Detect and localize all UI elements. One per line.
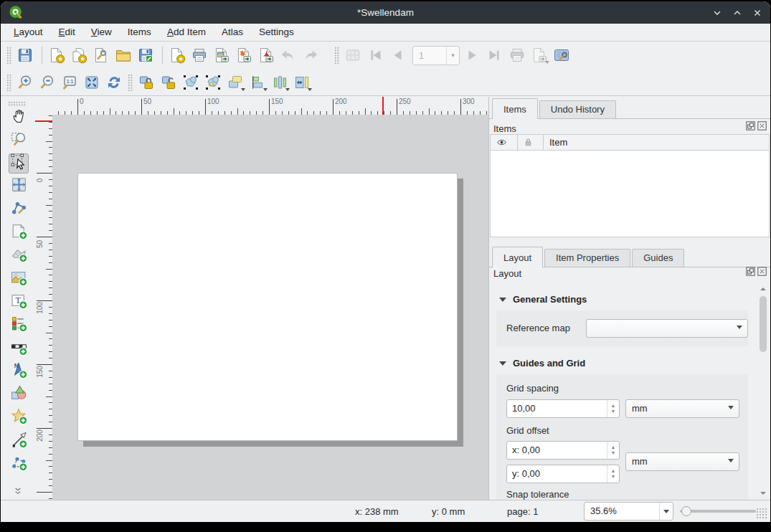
move-item-content-tool-button[interactable] — [9, 176, 29, 196]
grid-offset-y-input[interactable]: y: 0,00 ▲▼ — [506, 465, 620, 483]
close-panel-icon[interactable] — [757, 121, 767, 130]
add-marker-tool-button[interactable] — [9, 408, 29, 428]
export-atlas-button — [529, 45, 549, 65]
edit-nodes-item-tool-button[interactable] — [9, 199, 29, 219]
grid-offset-x-input[interactable]: x: 0,00 ▲▼ — [506, 441, 620, 460]
add-picture-tool-button[interactable] — [9, 269, 29, 289]
spinner-buttons[interactable]: ▲▼ — [607, 442, 619, 459]
duplicate-layout-button[interactable] — [69, 45, 89, 65]
atlas-page-value: 1 — [419, 47, 424, 65]
add-shape-tool-button[interactable] — [9, 385, 29, 405]
export-as-svg-button[interactable] — [234, 45, 254, 65]
refresh-view-button[interactable] — [104, 72, 124, 92]
zoom-level-combo[interactable]: 35.6% — [584, 502, 673, 521]
menu-edit[interactable]: Edit — [51, 24, 83, 41]
menu-items[interactable]: Items — [120, 24, 159, 41]
menu-atlas[interactable]: Atlas — [214, 24, 251, 41]
maximize-button[interactable] — [732, 7, 743, 19]
scroll-down-icon[interactable] — [758, 489, 768, 498]
atlas-page-combo[interactable]: 1▼ — [412, 46, 460, 65]
items-list[interactable]: Item — [490, 134, 770, 237]
add-items-from-template-button[interactable] — [167, 45, 187, 65]
layout-manager-button[interactable] — [91, 45, 111, 65]
lock-column-header[interactable] — [518, 135, 544, 150]
layout-panel-scrollbar[interactable] — [758, 285, 768, 498]
guides-and-grid-section[interactable]: Guides and Grid — [499, 358, 757, 369]
tab-undo-history[interactable]: Undo History — [539, 100, 616, 118]
export-as-pdf-button[interactable] — [256, 45, 276, 65]
distribute-items-button[interactable] — [270, 72, 290, 92]
add-scalebar-tool-button[interactable] — [9, 338, 29, 358]
navigation-actions-toolbar: 1:1 — [1, 69, 770, 96]
float-panel-icon[interactable] — [746, 121, 755, 130]
close-panel-icon[interactable] — [757, 267, 767, 276]
load-template-button[interactable] — [113, 45, 133, 65]
ungroup-items-button[interactable] — [203, 72, 223, 92]
menu-settings[interactable]: Settings — [251, 24, 302, 41]
select-move-item-tool-button[interactable] — [9, 153, 29, 174]
pan-tool-button[interactable] — [9, 107, 29, 127]
add-north-arrow-icon: N — [10, 361, 28, 382]
menu-add-item[interactable]: Add Item — [159, 24, 214, 41]
align-items-button[interactable] — [247, 72, 268, 92]
spinner-buttons[interactable]: ▲▼ — [607, 400, 619, 417]
new-layout-button[interactable] — [47, 45, 67, 65]
menu-view[interactable]: View — [83, 24, 120, 41]
zoom-tool-tool-button[interactable] — [9, 130, 29, 150]
reference-map-combo[interactable] — [586, 319, 748, 338]
unlock-all-button[interactable] — [159, 72, 179, 92]
add-node-item-tool-button[interactable] — [9, 455, 29, 475]
grid-spacing-input[interactable]: 10,00 ▲▼ — [506, 399, 620, 418]
grid-offset-unit-combo[interactable]: mm — [625, 452, 739, 471]
add-map-tool-button[interactable] — [9, 223, 29, 243]
toolbar-grip[interactable] — [334, 47, 339, 64]
menu-layout[interactable]: Layout — [6, 24, 51, 41]
toolbar-grip[interactable] — [6, 74, 11, 91]
zoom-slider[interactable] — [680, 500, 756, 522]
add-arrow-tool-button[interactable] — [9, 431, 29, 451]
group-items-button[interactable] — [181, 72, 201, 92]
window-resize-grip[interactable] — [756, 508, 767, 519]
tab-items[interactable]: Items — [492, 98, 538, 119]
add-label-tool-button[interactable]: T — [9, 292, 29, 312]
float-panel-icon[interactable] — [746, 267, 755, 276]
raise-items-button[interactable] — [225, 72, 245, 92]
save-project-button[interactable] — [15, 45, 35, 65]
zoom-actual-button[interactable]: 1:1 — [60, 72, 80, 92]
add-3d-map-tool-button[interactable] — [9, 246, 29, 266]
titlebar[interactable]: *Swellendam — [1, 1, 770, 24]
layout-page[interactable] — [77, 173, 458, 441]
item-column-header[interactable]: Item — [544, 135, 769, 150]
print-layout-button[interactable] — [189, 45, 209, 65]
spinner-buttons[interactable]: ▲▼ — [607, 465, 619, 483]
zoom-full-button[interactable] — [82, 72, 102, 92]
add-north-arrow-tool-button[interactable]: N — [9, 361, 29, 381]
zoom-out-button[interactable] — [37, 72, 57, 92]
grid-spacing-unit-combo[interactable]: mm — [625, 399, 739, 418]
slider-handle[interactable] — [681, 506, 691, 516]
zoom-full-icon — [83, 74, 100, 91]
export-as-image-button[interactable] — [212, 45, 232, 65]
scroll-up-icon[interactable] — [758, 285, 768, 293]
resize-items-button[interactable] — [292, 72, 312, 92]
toolbar-grip[interactable] — [8, 101, 27, 106]
close-button[interactable] — [752, 7, 763, 19]
scrollbar-thumb[interactable] — [760, 296, 767, 352]
toolbar-grip[interactable] — [6, 47, 11, 64]
save-as-template-button[interactable] — [136, 45, 156, 65]
zoom-in-button[interactable] — [15, 72, 35, 92]
chevron-down-icon[interactable] — [659, 503, 673, 520]
lock-items-button[interactable] — [136, 72, 156, 92]
atlas-settings-button[interactable] — [552, 45, 572, 65]
general-settings-section[interactable]: General Settings — [499, 294, 757, 305]
layout-atlas-toolbar: 1▼ — [1, 42, 770, 69]
add-legend-tool-button[interactable] — [9, 315, 29, 336]
toolbar-grip[interactable] — [128, 74, 133, 91]
more-tools-icon[interactable] — [11, 485, 25, 497]
minimize-button[interactable] — [711, 7, 723, 19]
dropdown-caret-icon — [241, 88, 245, 91]
layout-canvas[interactable] — [52, 115, 488, 500]
layout-panel-title: Layout — [493, 268, 521, 279]
visibility-column-header[interactable] — [491, 135, 518, 150]
chevron-down-icon[interactable]: ▼ — [446, 47, 459, 65]
